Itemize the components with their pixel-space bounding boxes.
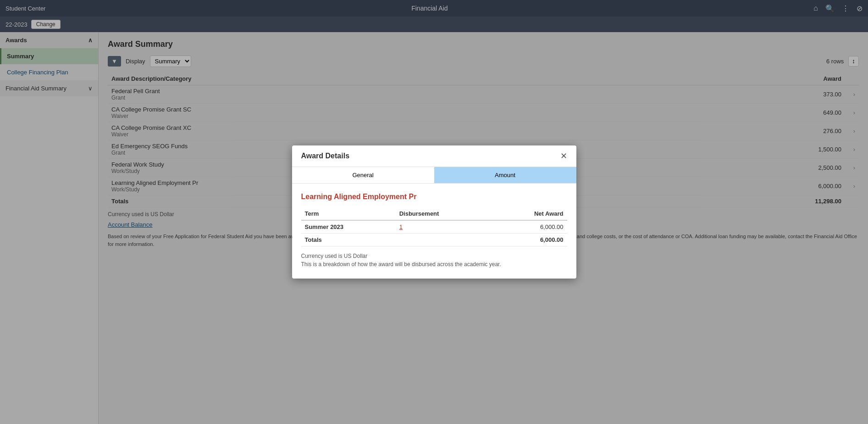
detail-table-row: Summer 2023 1 6,000.00 bbox=[301, 220, 567, 234]
detail-totals-row: Totals 6,000.00 bbox=[301, 234, 567, 246]
modal-title: Award Details bbox=[301, 152, 350, 160]
tab-general[interactable]: General bbox=[292, 167, 434, 183]
detail-col-term: Term bbox=[301, 207, 396, 220]
detail-table: Term Disbursement Net Award Summer 2023 … bbox=[301, 207, 567, 246]
detail-col-disbursement: Disbursement bbox=[396, 207, 492, 220]
modal-tabs: General Amount bbox=[292, 167, 576, 184]
detail-totals-net-award: 6,000.00 bbox=[492, 234, 567, 246]
modal-note-0: Currency used is US Dollar bbox=[301, 253, 567, 259]
modal-header: Award Details ✕ bbox=[292, 145, 576, 167]
detail-col-net-award: Net Award bbox=[492, 207, 567, 220]
detail-totals-label: Totals bbox=[301, 234, 396, 246]
modal-note-1: This is a breakdown of how the award wil… bbox=[301, 261, 567, 268]
detail-net-award: 6,000.00 bbox=[492, 220, 567, 234]
tab-amount[interactable]: Amount bbox=[434, 167, 576, 183]
modal-close-button[interactable]: ✕ bbox=[560, 152, 567, 160]
detail-term: Summer 2023 bbox=[301, 220, 396, 234]
detail-disbursement[interactable]: 1 bbox=[396, 220, 492, 234]
modal-body: Learning Aligned Employment Pr Term Disb… bbox=[292, 184, 576, 279]
modal-overlay[interactable]: Award Details ✕ General Amount Learning … bbox=[0, 0, 868, 424]
award-details-modal: Award Details ✕ General Amount Learning … bbox=[292, 145, 576, 279]
modal-award-title: Learning Aligned Employment Pr bbox=[301, 193, 567, 201]
